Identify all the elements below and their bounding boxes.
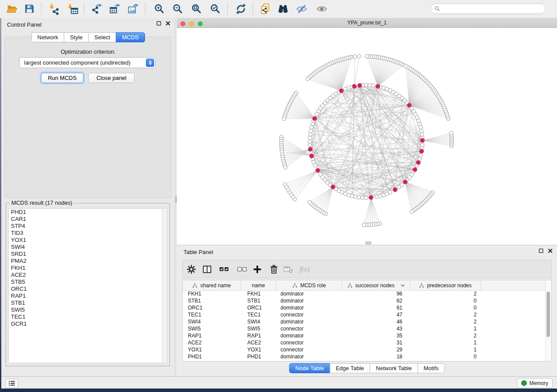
mcds-result-item[interactable]: TEC1 bbox=[9, 313, 167, 320]
refresh-view-button[interactable] bbox=[233, 1, 248, 16]
network-node[interactable] bbox=[420, 133, 424, 137]
network-node[interactable] bbox=[308, 133, 312, 137]
network-node[interactable] bbox=[310, 126, 314, 130]
tab-motifs[interactable]: Motifs bbox=[417, 363, 445, 373]
share-document-button[interactable] bbox=[258, 1, 273, 16]
network-hub-node[interactable] bbox=[315, 168, 320, 172]
network-node[interactable] bbox=[308, 140, 312, 144]
mcds-result-item[interactable]: STB5 bbox=[9, 279, 167, 285]
network-hub-node[interactable] bbox=[308, 147, 312, 151]
table-scrollbar-thumb[interactable] bbox=[547, 292, 550, 337]
export-network-button[interactable] bbox=[90, 1, 104, 16]
mcds-result-item[interactable]: RAP1 bbox=[9, 292, 167, 299]
float-panel-icon[interactable] bbox=[156, 21, 161, 26]
network-node[interactable] bbox=[378, 194, 382, 198]
mcds-result-item[interactable]: SWI5 bbox=[9, 306, 167, 313]
network-node[interactable] bbox=[311, 122, 315, 126]
mcds-result-item[interactable]: GCR1 bbox=[9, 320, 167, 327]
table-row[interactable]: SWI4SWI4dominator462 bbox=[183, 318, 546, 325]
mcds-result-item[interactable]: STB1 bbox=[9, 299, 167, 306]
select-all-button[interactable] bbox=[217, 262, 231, 276]
table-row[interactable]: STB1STB1dominator620 bbox=[183, 297, 546, 304]
network-node[interactable] bbox=[419, 154, 423, 158]
mcds-result-item[interactable]: CAR1 bbox=[9, 216, 167, 223]
network-node[interactable] bbox=[283, 182, 287, 186]
import-table-button[interactable] bbox=[65, 1, 80, 16]
network-node[interactable] bbox=[282, 117, 286, 121]
network-node[interactable] bbox=[375, 195, 379, 199]
search-in-network-button[interactable] bbox=[276, 1, 291, 16]
network-node[interactable] bbox=[308, 143, 312, 147]
mcds-result-item[interactable]: SWI4 bbox=[9, 244, 167, 251]
run-mcds-button[interactable]: Run MCDS bbox=[41, 73, 83, 83]
network-node[interactable] bbox=[368, 83, 372, 87]
memory-button[interactable]: Memory bbox=[517, 378, 553, 388]
network-node[interactable] bbox=[308, 136, 312, 140]
network-hub-node[interactable] bbox=[331, 185, 335, 189]
task-history-button[interactable] bbox=[5, 378, 18, 388]
mcds-result-item[interactable]: ACE2 bbox=[9, 272, 167, 279]
list-scrollbar[interactable] bbox=[162, 209, 166, 362]
column-header-predecessor-nodes[interactable]: predecessor nodes bbox=[410, 280, 481, 290]
close-panel-icon[interactable] bbox=[548, 248, 553, 253]
mcds-result-item[interactable]: ORC1 bbox=[9, 285, 167, 292]
table-settings-button[interactable] bbox=[184, 262, 198, 276]
tab-select[interactable]: Select bbox=[88, 32, 116, 42]
float-panel-icon[interactable] bbox=[539, 248, 543, 253]
network-node[interactable] bbox=[309, 129, 313, 133]
network-node[interactable] bbox=[354, 195, 358, 199]
column-header-successor-nodes[interactable]: successor nodes bbox=[343, 280, 410, 290]
network-node[interactable] bbox=[343, 87, 347, 91]
search-input[interactable] bbox=[443, 5, 540, 12]
show-hidden-button[interactable] bbox=[314, 1, 329, 16]
open-file-button[interactable] bbox=[4, 1, 19, 16]
criterion-dropdown[interactable]: largest connected component (undirected) bbox=[19, 57, 156, 68]
network-node[interactable] bbox=[308, 200, 311, 204]
zoom-out-button[interactable] bbox=[170, 1, 185, 16]
network-node[interactable] bbox=[410, 210, 414, 214]
table-row[interactable]: ACE2ACE2connector311 bbox=[183, 339, 546, 346]
close-panel-button[interactable]: Close panel bbox=[88, 73, 135, 83]
network-node[interactable] bbox=[362, 223, 366, 227]
network-node[interactable] bbox=[419, 126, 423, 130]
network-node[interactable] bbox=[420, 143, 424, 147]
add-column-button[interactable] bbox=[250, 262, 264, 276]
column-header-shared-name[interactable]: shared name bbox=[183, 280, 241, 290]
network-node[interactable] bbox=[450, 131, 453, 135]
network-node[interactable] bbox=[364, 196, 368, 200]
network-hub-node[interactable] bbox=[309, 154, 314, 158]
table-scrollbar[interactable] bbox=[545, 280, 551, 361]
mcds-result-item[interactable]: FKH1 bbox=[9, 265, 167, 272]
mcds-result-item[interactable]: STP4 bbox=[9, 223, 167, 230]
network-node[interactable] bbox=[313, 164, 317, 168]
network-node[interactable] bbox=[404, 65, 408, 69]
network-node[interactable] bbox=[364, 83, 368, 87]
network-node[interactable] bbox=[419, 129, 423, 133]
network-node[interactable] bbox=[365, 55, 369, 58]
tab-network[interactable]: Network bbox=[31, 32, 64, 42]
tab-edge-table[interactable]: Edge Table bbox=[329, 363, 370, 373]
horizontal-split-handle[interactable] bbox=[365, 241, 371, 244]
mcds-result-item[interactable]: SRD1 bbox=[9, 251, 167, 258]
mcds-result-item[interactable]: PHD1 bbox=[9, 209, 167, 216]
tab-mcds[interactable]: MCDS bbox=[116, 32, 145, 42]
tab-node-table[interactable]: Node Table bbox=[289, 363, 330, 373]
split-view-button[interactable] bbox=[200, 262, 214, 276]
table-row[interactable]: YOX1YOX1connector291 bbox=[183, 346, 546, 353]
network-node[interactable] bbox=[371, 84, 375, 88]
network-node[interactable] bbox=[315, 113, 319, 117]
zoom-in-button[interactable] bbox=[152, 1, 166, 16]
table-row[interactable]: TEC1TEC1connector472 bbox=[183, 311, 546, 318]
network-window-titlebar[interactable]: YPA_prune.txt_1 bbox=[177, 18, 557, 28]
network-node[interactable] bbox=[388, 190, 392, 194]
network-node[interactable] bbox=[400, 183, 404, 187]
zoom-selected-button[interactable] bbox=[208, 1, 222, 16]
deselect-all-button[interactable] bbox=[235, 262, 249, 276]
network-node[interactable] bbox=[353, 55, 357, 58]
global-search[interactable] bbox=[430, 3, 546, 14]
network-node[interactable] bbox=[361, 196, 365, 199]
network-node[interactable] bbox=[357, 196, 361, 199]
table-row[interactable]: FKH1FKH1dominator962 bbox=[183, 290, 546, 297]
save-session-button[interactable] bbox=[22, 1, 37, 16]
mcds-result-item[interactable]: YOX1 bbox=[9, 237, 167, 244]
